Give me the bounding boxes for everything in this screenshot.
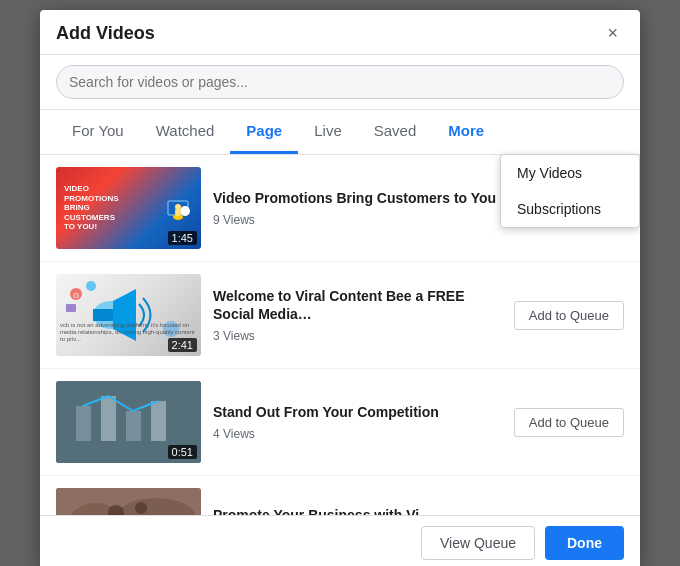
- tab-live[interactable]: Live: [298, 110, 358, 154]
- dropdown-item-my-videos[interactable]: My Videos: [501, 155, 639, 191]
- tab-watched[interactable]: Watched: [140, 110, 231, 154]
- svg-point-22: [135, 502, 147, 514]
- tabs-container: For You Watched Page Live Saved More My …: [40, 110, 640, 155]
- add-to-queue-button-2[interactable]: Add to Queue: [514, 301, 624, 330]
- svg-rect-16: [126, 411, 141, 441]
- svg-rect-14: [76, 406, 91, 441]
- done-button[interactable]: Done: [545, 526, 624, 560]
- list-item: 0:51 Stand Out From Your Competition 4 V…: [40, 369, 640, 476]
- dropdown-item-subscriptions[interactable]: Subscriptions: [501, 191, 639, 227]
- modal-overlay: Add Videos × For You Watched Page Live S…: [0, 0, 680, 566]
- video-title-2: Welcome to Viral Content Bee a FREE Soci…: [213, 287, 502, 323]
- svg-rect-15: [101, 396, 116, 441]
- modal: Add Videos × For You Watched Page Live S…: [40, 10, 640, 566]
- video-info-1: Video Promotions Bring Customers to You …: [213, 189, 534, 227]
- more-dropdown: My Videos Subscriptions: [500, 154, 640, 228]
- svg-point-10: [86, 281, 96, 291]
- svg-point-4: [175, 204, 181, 210]
- svg-text:G: G: [73, 291, 79, 300]
- tab-for-you[interactable]: For You: [56, 110, 140, 154]
- svg-rect-6: [93, 309, 113, 321]
- search-input[interactable]: [56, 65, 624, 99]
- video-thumbnail-1: VIDEO PROMOTIONSBRING CUSTOMERS TO YOU!: [56, 167, 201, 249]
- list-item: G vcb is not an advertising platform, it…: [40, 262, 640, 369]
- video-info-4: Promote Your Business with Vi…: [213, 506, 624, 515]
- search-bar: [40, 55, 640, 110]
- close-button[interactable]: ×: [601, 22, 624, 44]
- view-queue-button[interactable]: View Queue: [421, 526, 535, 560]
- tab-more[interactable]: More: [432, 110, 500, 154]
- video-duration-1: 1:45: [168, 231, 197, 245]
- list-item: Promote Your Business with Vi…: [40, 476, 640, 515]
- video-actions-2: Add to Queue: [514, 301, 624, 330]
- tab-saved[interactable]: Saved: [358, 110, 433, 154]
- modal-footer: View Queue Done: [40, 515, 640, 566]
- video-thumbnail-4: [56, 488, 201, 515]
- video-actions-3: Add to Queue: [514, 408, 624, 437]
- video-thumbnail-3: 0:51: [56, 381, 201, 463]
- video-info-3: Stand Out From Your Competition 4 Views: [213, 403, 502, 441]
- video-title-4: Promote Your Business with Vi…: [213, 506, 624, 515]
- modal-title: Add Videos: [56, 23, 155, 44]
- video-views-1: 9 Views: [213, 213, 534, 227]
- video-duration-3: 0:51: [168, 445, 197, 459]
- video-title-3: Stand Out From Your Competition: [213, 403, 502, 421]
- video-thumbnail-2: G vcb is not an advertising platform, it…: [56, 274, 201, 356]
- add-to-queue-button-3[interactable]: Add to Queue: [514, 408, 624, 437]
- video-duration-2: 2:41: [168, 338, 197, 352]
- tab-page[interactable]: Page: [230, 110, 298, 154]
- video-title-1: Video Promotions Bring Customers to You: [213, 189, 534, 207]
- video-info-2: Welcome to Viral Content Bee a FREE Soci…: [213, 287, 502, 343]
- svg-point-1: [180, 206, 190, 216]
- modal-header: Add Videos ×: [40, 10, 640, 55]
- video-views-2: 3 Views: [213, 329, 502, 343]
- video-views-3: 4 Views: [213, 427, 502, 441]
- svg-rect-11: [66, 304, 76, 312]
- svg-rect-17: [151, 401, 166, 441]
